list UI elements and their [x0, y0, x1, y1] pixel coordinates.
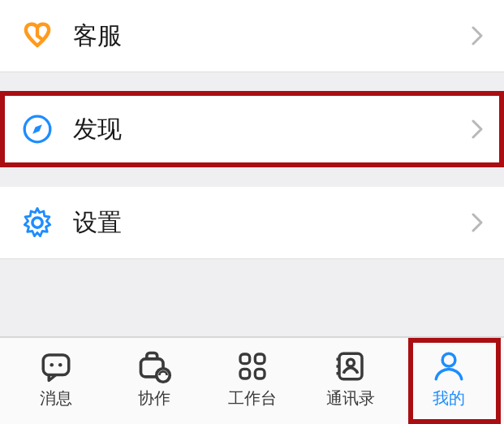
- tab-label: 工作台: [228, 387, 277, 409]
- tab-label: 我的: [433, 387, 465, 409]
- tab-contacts[interactable]: 通讯录: [301, 338, 399, 419]
- svg-rect-7: [240, 354, 250, 364]
- tab-me[interactable]: 我的: [399, 338, 498, 419]
- row-label: 发现: [73, 113, 122, 146]
- chevron-right-icon: [470, 117, 485, 141]
- tab-label: 消息: [40, 387, 72, 409]
- svg-rect-9: [240, 369, 250, 379]
- svg-point-13: [442, 353, 455, 366]
- tab-messages[interactable]: 消息: [6, 338, 105, 419]
- tab-label: 通讯录: [326, 387, 375, 409]
- address-book-icon: [333, 348, 368, 384]
- spacer: [0, 259, 504, 336]
- section-gap: [0, 166, 504, 187]
- bottom-tabbar: 消息 协作 工作台: [0, 336, 504, 424]
- group-3: 设置: [0, 187, 504, 259]
- settings-list: 客服 发现: [0, 0, 504, 336]
- chevron-right-icon: [470, 24, 485, 48]
- svg-rect-2: [43, 355, 69, 375]
- chat-bubble-icon: [38, 348, 74, 384]
- row-label: 客服: [73, 19, 122, 53]
- compass-icon: [19, 111, 55, 147]
- svg-point-3: [50, 362, 54, 366]
- grid-apps-icon: [235, 348, 270, 384]
- svg-rect-8: [255, 354, 265, 364]
- tab-label: 协作: [138, 387, 170, 409]
- chevron-right-icon: [470, 210, 485, 235]
- person-icon: [431, 348, 467, 384]
- row-label: 设置: [73, 206, 122, 240]
- row-discover[interactable]: 发现: [0, 93, 504, 165]
- group-1: 客服: [0, 0, 504, 72]
- tab-workbench[interactable]: 工作台: [203, 338, 301, 419]
- gear-icon: [19, 205, 55, 240]
- row-customer-service[interactable]: 客服: [0, 0, 504, 71]
- svg-point-12: [347, 359, 354, 366]
- svg-rect-10: [255, 369, 265, 379]
- briefcase-cloud-icon: [136, 348, 172, 384]
- group-2: 发现: [0, 93, 504, 166]
- tab-collab[interactable]: 协作: [105, 338, 203, 419]
- section-gap: [0, 72, 504, 93]
- row-settings[interactable]: 设置: [0, 187, 504, 258]
- svg-point-1: [32, 218, 42, 227]
- heart-handshake-icon: [19, 18, 55, 54]
- screen: 客服 发现: [0, 0, 504, 424]
- svg-point-4: [58, 362, 62, 366]
